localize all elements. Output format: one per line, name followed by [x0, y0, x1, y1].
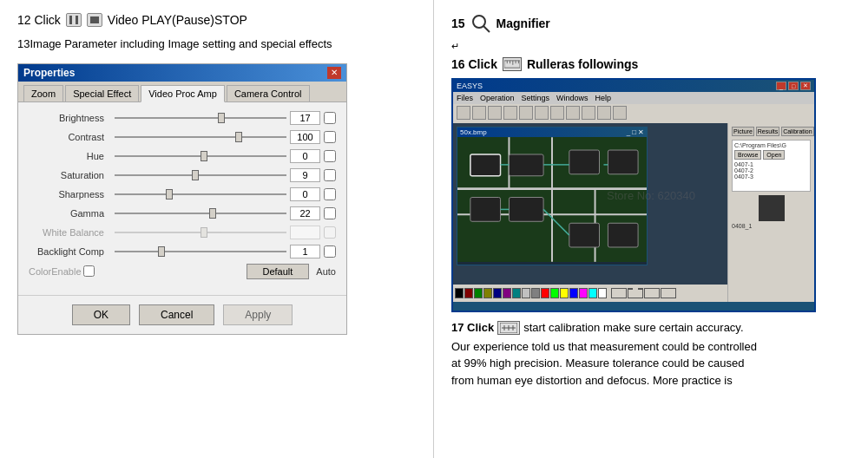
app-close-btn[interactable]: ✕ — [800, 82, 811, 90]
svg-rect-22 — [608, 150, 638, 174]
file-entry-1[interactable]: 0407-1 — [734, 161, 808, 167]
check-saturation[interactable] — [324, 169, 336, 181]
app-minimize-btn[interactable]: _ — [776, 82, 786, 90]
input-contrast[interactable] — [290, 130, 320, 144]
line-style-solid[interactable] — [611, 288, 627, 298]
prop-label-contrast: Contrast — [29, 132, 111, 142]
slider-gamma[interactable] — [115, 213, 286, 214]
line-style-dashed[interactable] — [628, 288, 643, 298]
color-aqua[interactable] — [589, 288, 597, 298]
slider-contrast[interactable] — [115, 136, 286, 138]
color-enable-label: ColorEnable — [29, 266, 82, 277]
menu-windows[interactable]: Windows — [556, 94, 589, 102]
cancel-button[interactable]: Cancel — [139, 304, 214, 325]
inner-window-btns: _ □ ✕ — [627, 128, 644, 136]
check-gamma[interactable] — [324, 207, 336, 219]
check-brightness[interactable] — [324, 112, 336, 124]
dialog-titlebar: Properties ✕ — [18, 64, 346, 82]
color-navy[interactable] — [493, 288, 502, 298]
color-white[interactable] — [598, 288, 607, 298]
slider-brightness[interactable] — [115, 117, 286, 119]
color-lime[interactable] — [550, 288, 559, 298]
line-style-4[interactable] — [661, 288, 676, 298]
input-saturation[interactable] — [290, 168, 320, 182]
color-yellow[interactable] — [560, 288, 569, 298]
tab-video-proc-amp[interactable]: Video Proc Amp — [141, 85, 225, 102]
color-black[interactable] — [455, 288, 464, 298]
menu-files[interactable]: Files — [457, 94, 473, 102]
color-green[interactable] — [474, 288, 483, 298]
inner-close[interactable]: ✕ — [638, 128, 644, 136]
color-enable-checkbox[interactable] — [83, 265, 95, 277]
open-button[interactable]: Open — [763, 150, 785, 160]
toolbar-btn-2[interactable] — [472, 106, 486, 120]
color-gray[interactable] — [531, 288, 540, 298]
app-menubar: Files Operation Settings Windows Help — [453, 92, 814, 104]
check-sharpness[interactable] — [324, 188, 336, 200]
prop-label-gamma: Gamma — [29, 208, 111, 219]
prop-label-white-balance: White Balance — [29, 227, 111, 238]
prop-row-saturation: Saturation — [29, 168, 336, 182]
toolbar-btn-1[interactable] — [457, 106, 470, 120]
ok-button[interactable]: OK — [72, 304, 130, 325]
color-blue[interactable] — [569, 288, 578, 298]
tab-special-effect[interactable]: Special Effect — [65, 85, 139, 101]
file-entry-3[interactable]: 0407-3 — [734, 173, 808, 180]
toolbar-btn-8[interactable] — [566, 106, 580, 120]
apply-button[interactable]: Apply — [223, 304, 293, 325]
color-fuchsia[interactable] — [579, 288, 588, 298]
sidebar-tab-picture[interactable]: Picture — [732, 127, 754, 136]
toolbar-btn-4[interactable] — [503, 106, 517, 120]
slider-sharpness[interactable] — [115, 193, 286, 195]
toolbar-btn-5[interactable] — [519, 106, 533, 120]
line-style-3[interactable] — [644, 288, 660, 298]
input-sharpness[interactable] — [290, 187, 320, 201]
slider-backlight-comp[interactable] — [115, 251, 286, 252]
sidebar-tab-results[interactable]: Results — [756, 127, 779, 136]
check-contrast[interactable] — [324, 131, 336, 143]
slider-hue[interactable] — [115, 155, 286, 157]
color-silver[interactable] — [522, 288, 530, 298]
toolbar-btn-9[interactable] — [582, 106, 595, 120]
sidebar-tab-calibration[interactable]: Calibration — [781, 127, 813, 136]
browse-button[interactable]: Browse — [734, 150, 761, 160]
dialog-close-button[interactable]: ✕ — [327, 67, 341, 79]
menu-help[interactable]: Help — [595, 94, 612, 102]
toolbar-btn-3[interactable] — [488, 106, 502, 120]
file-label: C:\Program Files\G — [734, 142, 808, 148]
app-maximize-btn[interactable]: □ — [788, 82, 799, 90]
input-brightness[interactable]: 17 — [290, 111, 320, 125]
app-toolbar — [453, 104, 814, 123]
default-button[interactable]: Default — [247, 264, 310, 279]
inner-minimize[interactable]: _ — [627, 128, 630, 136]
check-hue[interactable] — [324, 150, 336, 162]
color-teal[interactable] — [512, 288, 521, 298]
tab-camera-control[interactable]: Camera Control — [227, 85, 310, 101]
check-backlight-comp[interactable] — [324, 245, 336, 258]
color-dark-red[interactable] — [464, 288, 473, 298]
preview-image — [759, 195, 785, 221]
magnifier-icon — [470, 13, 491, 34]
input-gamma[interactable] — [290, 206, 320, 220]
inner-maximize[interactable]: □ — [632, 128, 636, 136]
stop-button-icon[interactable] — [87, 13, 102, 27]
menu-operation[interactable]: Operation — [480, 94, 515, 102]
menu-settings[interactable]: Settings — [522, 94, 550, 102]
prop-row-backlight-comp: Backlight Comp — [29, 245, 336, 258]
toolbar-btn-7[interactable] — [550, 106, 564, 120]
input-hue[interactable] — [290, 149, 320, 163]
toolbar-btn-10[interactable] — [597, 106, 611, 120]
color-olive[interactable] — [483, 288, 492, 298]
toolbar-btn-11[interactable] — [613, 106, 627, 120]
color-red[interactable] — [541, 288, 549, 298]
file-entry-4[interactable]: 0408_1 — [732, 223, 811, 229]
toolbar-btn-6[interactable] — [535, 106, 549, 120]
slider-saturation[interactable] — [115, 174, 286, 176]
input-backlight-comp[interactable] — [290, 245, 320, 258]
color-purple[interactable] — [503, 288, 511, 298]
section-15-prefix: 15 — [451, 16, 465, 30]
tab-zoom[interactable]: Zoom — [23, 85, 63, 101]
file-entry-2[interactable]: 0407-2 — [734, 167, 808, 173]
pause-button-icon[interactable] — [66, 13, 82, 27]
svg-rect-0 — [69, 16, 72, 24]
